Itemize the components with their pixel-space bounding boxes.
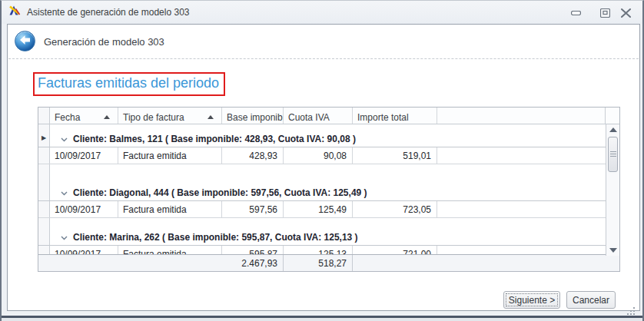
row-indicator-cell bbox=[38, 147, 50, 164]
row-indicator-cell bbox=[38, 164, 50, 184]
back-button[interactable] bbox=[15, 31, 35, 51]
sort-asc-icon bbox=[104, 115, 110, 119]
column-label: Importe total bbox=[357, 112, 409, 123]
thumb-grip-icon bbox=[610, 151, 616, 157]
triangle-down-icon bbox=[609, 248, 617, 253]
maximize-button[interactable] bbox=[599, 7, 611, 18]
column-label: Fecha bbox=[55, 112, 80, 123]
table-row[interactable]: 10/09/2017 Factura emitida 428,93 90,08 … bbox=[38, 147, 619, 164]
summary-base-imponible: 2.467,93 bbox=[222, 255, 284, 271]
app-logo-icon bbox=[8, 5, 21, 20]
minimize-button[interactable] bbox=[569, 7, 582, 18]
summary-row: 2.467,93 518,27 bbox=[38, 254, 619, 271]
close-button[interactable] bbox=[619, 7, 632, 18]
column-header-filler bbox=[437, 108, 606, 124]
summary-cuota-iva: 518,27 bbox=[284, 255, 353, 271]
group-row-diagonal[interactable]: Cliente: Diagonal, 444 ( Base imponible:… bbox=[38, 184, 619, 201]
group-label: Cliente: Marina, 262 ( Base imponible: 5… bbox=[73, 232, 358, 243]
scroll-down-button[interactable] bbox=[606, 245, 619, 256]
cell-fecha: 10/09/2017 bbox=[50, 147, 118, 164]
cell-filler bbox=[437, 147, 619, 164]
grid-spacer bbox=[38, 124, 619, 131]
column-label: Base imponible bbox=[227, 112, 284, 123]
row-indicator-cell bbox=[38, 184, 50, 200]
group-label: Cliente: Diagonal, 444 ( Base imponible:… bbox=[73, 187, 367, 198]
cell-filler bbox=[437, 201, 619, 217]
cell-cuota: 90,08 bbox=[284, 147, 353, 164]
cell-base: 428,93 bbox=[222, 147, 284, 164]
cell-cuota: 125,49 bbox=[284, 201, 353, 217]
focused-row-indicator-cell: ▶ bbox=[38, 131, 50, 147]
page-title: Generación de modelo 303 bbox=[44, 36, 164, 48]
column-header-cap bbox=[606, 108, 619, 124]
chevron-down-icon[interactable] bbox=[61, 187, 68, 198]
section-title: Facturas emitidas del periodo bbox=[38, 75, 219, 91]
focused-row-icon: ▶ bbox=[41, 134, 46, 141]
column-header-fecha[interactable]: Fecha bbox=[50, 108, 118, 124]
row-indicator-cell bbox=[38, 124, 50, 131]
group-label: Cliente: Balmes, 121 ( Base imponible: 4… bbox=[73, 134, 356, 144]
triangle-up-icon bbox=[609, 127, 617, 132]
row-indicator-header-cell bbox=[38, 108, 50, 124]
grid-spacer bbox=[38, 218, 619, 229]
cell-base: 597,56 bbox=[222, 201, 284, 217]
title-bar[interactable]: Asistente de generación de modelo 303 bbox=[2, 1, 642, 24]
cell-tipo: Factura emitida bbox=[118, 147, 222, 164]
column-label: Cuota IVA bbox=[288, 112, 330, 123]
column-header-cuota-iva[interactable]: Cuota IVA bbox=[284, 108, 353, 124]
window-bottom-edge bbox=[2, 318, 642, 321]
header-separator bbox=[8, 58, 639, 59]
column-header-tipo-de-factura[interactable]: Tipo de factura bbox=[118, 108, 222, 124]
dialog-window: Asistente de generación de modelo 303 Ge… bbox=[0, 0, 644, 321]
row-indicator-cell bbox=[38, 218, 50, 229]
row-indicator-cell bbox=[38, 229, 50, 245]
group-row-balmes[interactable]: ▶ Cliente: Balmes, 121 ( Base imponible:… bbox=[38, 131, 619, 147]
sort-asc-icon bbox=[207, 115, 214, 119]
back-arrow-icon bbox=[18, 35, 32, 48]
cell-importe: 723,05 bbox=[353, 201, 437, 217]
window-title: Asistente de generación de modelo 303 bbox=[27, 7, 189, 18]
siguiente-button[interactable]: Siguiente > bbox=[503, 291, 560, 309]
cell-tipo: Factura emitida bbox=[118, 201, 222, 217]
cell-fecha: 10/09/2017 bbox=[50, 201, 118, 217]
summary-offset bbox=[38, 255, 222, 271]
scrollbar-thumb[interactable] bbox=[608, 137, 618, 172]
table-row[interactable]: 10/09/2017 Factura emitida 597,56 125,49… bbox=[38, 201, 619, 218]
column-header-importe-total[interactable]: Importe total bbox=[353, 108, 437, 124]
wizard-panel: Generación de modelo 303 Facturas emitid… bbox=[7, 24, 640, 311]
group-row-marina[interactable]: Cliente: Marina, 262 ( Base imponible: 5… bbox=[38, 229, 619, 246]
column-header-base-imponible[interactable]: Base imponible bbox=[222, 108, 284, 124]
invoices-grid: Fecha Tipo de factura Base imponible Cuo… bbox=[38, 107, 620, 272]
row-indicator-cell bbox=[38, 201, 50, 217]
grid-header-row: Fecha Tipo de factura Base imponible Cuo… bbox=[38, 108, 619, 124]
grid-spacer bbox=[38, 164, 619, 184]
chevron-down-icon[interactable] bbox=[61, 232, 68, 243]
vertical-scrollbar[interactable] bbox=[606, 124, 619, 256]
column-label: Tipo de factura bbox=[123, 112, 184, 123]
cell-importe: 519,01 bbox=[353, 147, 437, 164]
resize-grip[interactable] bbox=[626, 305, 636, 314]
scroll-up-button[interactable] bbox=[606, 124, 619, 135]
annotation-red-box: Facturas emitidas del periodo bbox=[33, 72, 225, 96]
cancelar-button[interactable]: Cancelar bbox=[566, 291, 616, 309]
chevron-down-icon[interactable] bbox=[61, 134, 68, 144]
